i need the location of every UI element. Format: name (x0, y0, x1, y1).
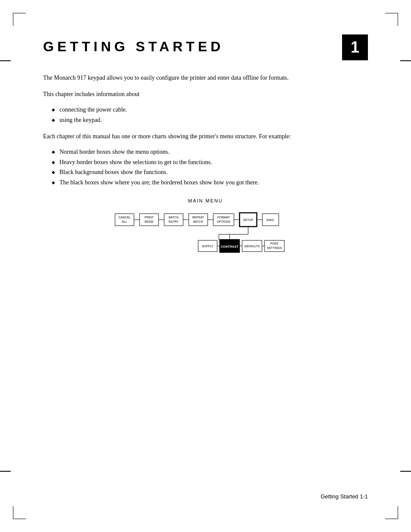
svg-text:BATCH: BATCH (168, 216, 178, 219)
bullet-list-1: connecting the power cable. using the ke… (43, 105, 368, 125)
chapter-title: GETTING STARTED (43, 39, 224, 55)
svg-text:SUPPLY: SUPPLY (202, 245, 213, 248)
svg-text:DIAG.: DIAG. (266, 218, 274, 221)
side-mark-left-bottom (0, 471, 11, 472)
corner-mark-tl (13, 13, 26, 26)
svg-text:BATCH: BATCH (193, 220, 203, 223)
page-footer: Getting Started 1-1 (321, 493, 368, 500)
list-item: Black background boxes show the function… (52, 167, 368, 177)
svg-text:REPEAT: REPEAT (192, 216, 204, 219)
list-item: The black boxes show where you are; the … (52, 177, 368, 188)
svg-text:ALL: ALL (122, 220, 128, 223)
svg-text:PORT: PORT (270, 242, 279, 245)
corner-mark-bl (13, 506, 26, 519)
corner-mark-tr (385, 13, 398, 26)
side-mark-left-top (0, 60, 11, 61)
list-item: Normal border boxes show the menu option… (52, 147, 368, 157)
svg-text:OPTIONS: OPTIONS (217, 220, 230, 223)
svg-text:CANCEL: CANCEL (118, 216, 131, 219)
intro-paragraph: The Monarch 917 keypad allows you to eas… (43, 73, 368, 83)
svg-text:PRINT: PRINT (145, 216, 154, 219)
list-item: connecting the power cable. (52, 105, 368, 115)
svg-text:FORMAT: FORMAT (217, 216, 230, 219)
side-mark-right-top (400, 60, 411, 61)
svg-text:SETUP: SETUP (243, 218, 253, 221)
header-row: GETTING STARTED 1 (43, 34, 368, 60)
side-mark-right-bottom (400, 471, 411, 472)
menu-diagram-svg: CANCEL ALL PRINT MODE BATCH ENTRY REPE (113, 209, 298, 257)
svg-text:MODE: MODE (145, 220, 154, 223)
list-item: Heavy border boxes show the selections t… (52, 157, 368, 168)
page: GETTING STARTED 1 The Monarch 917 keypad… (0, 0, 411, 532)
section-paragraph: Each chapter of this manual has one or m… (43, 132, 368, 141)
svg-text:SETTINGS: SETTINGS (267, 246, 282, 249)
svg-text:DEFAULTS: DEFAULTS (244, 245, 260, 248)
bullet-list-2: Normal border boxes show the menu option… (43, 147, 368, 188)
corner-mark-br (385, 506, 398, 519)
content-area: The Monarch 917 keypad allows you to eas… (43, 73, 368, 257)
chapter-includes-intro: This chapter includes information about (43, 90, 368, 99)
svg-text:CONTRAST: CONTRAST (221, 245, 239, 249)
svg-text:ENTRY: ENTRY (168, 220, 179, 223)
menu-chart-section: MAIN MENU CANCEL ALL PRINT MODE BATCH (43, 198, 368, 257)
chapter-number-box: 1 (342, 34, 368, 60)
menu-chart-title: MAIN MENU (43, 198, 368, 203)
list-item: using the keypad. (52, 115, 368, 125)
